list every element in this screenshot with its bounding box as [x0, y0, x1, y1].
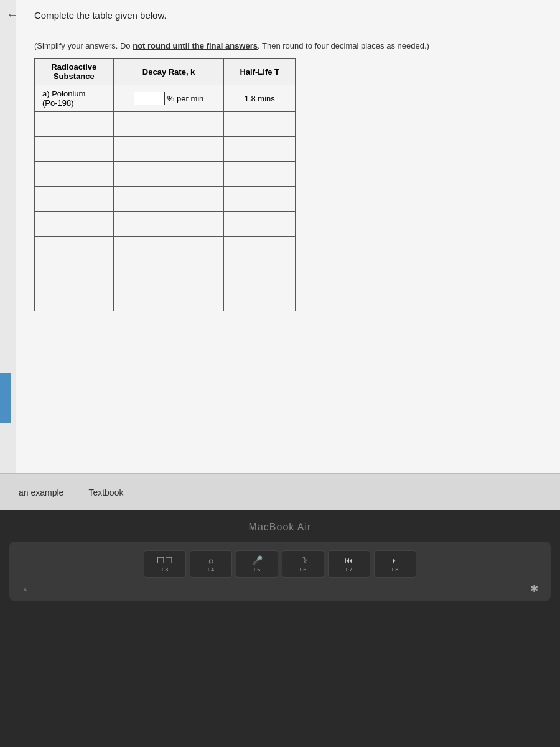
decay-rate-cell: % per min [113, 85, 224, 112]
keyboard-star-key: ✱ [530, 583, 538, 594]
table-row-empty-8 [35, 286, 296, 311]
table-row-empty-2 [35, 137, 296, 162]
keyboard-bottom-row: ▲ ✱ [16, 583, 544, 594]
f4-icon: ⌕ [208, 555, 213, 565]
col-header-substance: RadioactiveSubstance [35, 59, 114, 85]
textbook-link[interactable]: Textbook [88, 487, 123, 497]
substance-cell: a) Polonium(Po-198) [35, 85, 114, 112]
empty-decay-6 [113, 237, 224, 261]
f8-icon: ⏯ [391, 555, 399, 565]
empty-substance-5 [35, 212, 114, 237]
empty-decay-1 [113, 112, 224, 137]
empty-halflife-8 [224, 286, 296, 311]
f6-icon: ☽ [299, 555, 307, 565]
radioactive-table: RadioactiveSubstance Decay Rate, k Half-… [34, 58, 296, 311]
decay-unit-label: % per min [167, 94, 204, 103]
table-row-empty-5 [35, 212, 296, 237]
screen: ← ... Complete the table given below. (S… [0, 0, 560, 510]
key-f5[interactable]: 🎤 F5 [236, 550, 278, 578]
f5-label: F5 [254, 566, 261, 573]
empty-substance-4 [35, 187, 114, 212]
key-f3[interactable]: ☐☐ F3 [144, 550, 186, 578]
f3-icon: ☐☐ [157, 555, 173, 565]
simplify-note: (Simplify your answers. Do not round unt… [34, 41, 541, 50]
simplify-emphasis: not round until the final answers [133, 41, 258, 50]
key-f8[interactable]: ⏯ F8 [374, 550, 416, 578]
empty-halflife-3 [224, 162, 296, 187]
empty-decay-5 [113, 212, 224, 237]
empty-decay-2 [113, 137, 224, 162]
decay-input-wrapper: % per min [121, 92, 217, 105]
table-row-empty-7 [35, 261, 296, 286]
table-row-empty-1 [35, 112, 296, 137]
f4-label: F4 [208, 566, 215, 573]
blue-accent-bar [0, 374, 11, 423]
keyboard-area: ☐☐ F3 ⌕ F4 🎤 F5 ☽ F6 ⏮ F7 ⏯ F8 [9, 542, 551, 601]
table-row: a) Polonium(Po-198) % per min 1.8 mins [35, 85, 296, 112]
empty-halflife-4 [224, 187, 296, 212]
table-row-empty-4 [35, 187, 296, 212]
col-header-decay: Decay Rate, k [113, 59, 224, 85]
key-f4[interactable]: ⌕ F4 [190, 550, 232, 578]
empty-halflife-6 [224, 237, 296, 261]
macbook-bezel: MacBook Air ☐☐ F3 ⌕ F4 🎤 F5 ☽ F6 ⏮ [0, 510, 560, 747]
decay-rate-input[interactable] [134, 92, 165, 105]
empty-halflife-5 [224, 212, 296, 237]
keyboard-left-hint: ▲ [22, 585, 29, 593]
empty-decay-8 [113, 286, 224, 311]
content-area: Complete the table given below. (Simplif… [16, 0, 560, 473]
f7-icon: ⏮ [345, 555, 353, 565]
empty-decay-4 [113, 187, 224, 212]
halflife-cell: 1.8 mins [224, 85, 296, 112]
key-f6[interactable]: ☽ F6 [282, 550, 324, 578]
empty-halflife-1 [224, 112, 296, 137]
macbook-label: MacBook Air [249, 522, 312, 533]
fn-key-row: ☐☐ F3 ⌕ F4 🎤 F5 ☽ F6 ⏮ F7 ⏯ F8 [16, 550, 544, 578]
empty-decay-3 [113, 162, 224, 187]
col-header-halflife: Half-Life T [224, 59, 296, 85]
empty-substance-3 [35, 162, 114, 187]
empty-substance-1 [35, 112, 114, 137]
empty-substance-6 [35, 237, 114, 261]
screen-bottom-nav: an example Textbook [0, 473, 560, 510]
f7-label: F7 [346, 566, 353, 573]
empty-substance-7 [35, 261, 114, 286]
f3-label: F3 [162, 566, 169, 573]
key-f7[interactable]: ⏮ F7 [328, 550, 370, 578]
empty-halflife-2 [224, 137, 296, 162]
empty-decay-7 [113, 261, 224, 286]
f5-icon: 🎤 [252, 555, 263, 565]
table-header-row: RadioactiveSubstance Decay Rate, k Half-… [35, 59, 296, 85]
table-row-empty-6 [35, 237, 296, 261]
empty-substance-2 [35, 137, 114, 162]
instruction-title: Complete the table given below. [34, 10, 541, 21]
f6-label: F6 [300, 566, 307, 573]
an-example-link[interactable]: an example [19, 487, 63, 497]
divider [34, 32, 541, 32]
empty-substance-8 [35, 286, 114, 311]
empty-halflife-7 [224, 261, 296, 286]
table-row-empty-3 [35, 162, 296, 187]
f8-label: F8 [392, 566, 399, 573]
